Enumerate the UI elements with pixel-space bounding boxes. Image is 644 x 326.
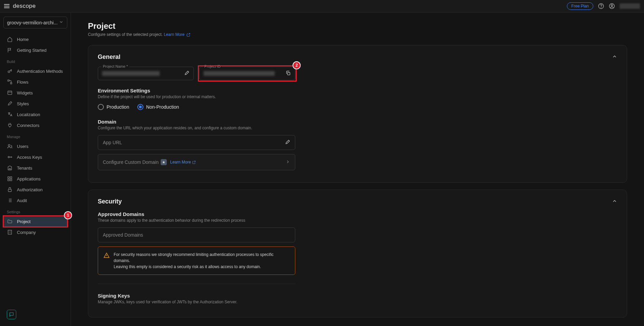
sidebar-item-label: Project: [17, 219, 30, 224]
sidebar-item-access-keys[interactable]: Access Keys: [3, 152, 67, 162]
svg-rect-13: [10, 179, 12, 181]
security-card: Security Approved Domains These domains …: [88, 190, 627, 318]
sidebar-item-label: Users: [17, 144, 28, 149]
svg-rect-10: [8, 177, 9, 178]
svg-rect-16: [288, 72, 290, 75]
sidebar-item-project[interactable]: Project: [3, 216, 67, 227]
lock-icon: [7, 187, 13, 192]
app-url-field[interactable]: App URL: [98, 135, 295, 150]
free-plan-button[interactable]: Free Plan: [567, 2, 593, 10]
folder-icon: [7, 219, 13, 224]
radio-icon: [137, 104, 143, 110]
signing-keys-desc: Manage JWKs, keys used for verification …: [98, 300, 617, 304]
sidebar-item-authorization[interactable]: Authorization: [3, 184, 67, 195]
general-title: General: [98, 53, 120, 61]
sidebar-section-build: Build: [3, 56, 67, 66]
project-name-value: [102, 71, 160, 76]
divider: [98, 284, 295, 284]
radio-production[interactable]: Production: [98, 104, 129, 110]
project-name-label: Project Name *: [101, 64, 129, 68]
sidebar-item-users[interactable]: Users: [3, 141, 67, 152]
sidebar-item-label: Audit: [17, 198, 27, 203]
sidebar-item-connectors[interactable]: Connectors: [3, 120, 67, 131]
sidebar-item-flows[interactable]: Flows: [3, 77, 67, 87]
sidebar-item-applications[interactable]: Applications: [3, 173, 67, 184]
custom-domain-label: Configure Custom Domain: [103, 159, 159, 165]
chevron-down-icon: [59, 20, 64, 25]
sidebar-item-styles[interactable]: Styles: [3, 98, 67, 109]
menu-button[interactable]: [4, 4, 9, 8]
star-badge-icon: ★: [161, 159, 167, 165]
sidebar-item-tenants[interactable]: Tenants: [3, 162, 67, 173]
learn-more-link[interactable]: Learn More: [164, 32, 190, 37]
sidebar-item-label: Authentication Methods: [17, 69, 63, 74]
project-selector-text: groovy-vermilion-archi...: [7, 20, 58, 25]
flag-icon: [7, 47, 13, 53]
sidebar-item-label: Home: [17, 37, 29, 42]
custom-domain-row[interactable]: Configure Custom Domain ★ Learn More: [98, 154, 295, 170]
radio-label: Production: [107, 104, 129, 110]
project-selector[interactable]: groovy-vermilion-archi...: [3, 17, 67, 28]
language-icon: [7, 112, 13, 117]
sidebar-item-label: Widgets: [17, 90, 33, 95]
domain-title: Domain: [98, 119, 617, 125]
project-id-label: Project ID: [203, 64, 222, 68]
svg-point-9: [8, 156, 9, 158]
domain-desc: Configure the URL which your application…: [98, 126, 617, 130]
radio-label: Non-Production: [146, 104, 179, 110]
approved-domains-title: Approved Domains: [98, 211, 617, 217]
sidebar-item-auth-methods[interactable]: Authentication Methods: [3, 66, 67, 77]
building-icon: [7, 165, 13, 171]
logo: descope: [13, 3, 36, 9]
svg-rect-6: [10, 83, 12, 84]
svg-point-8: [8, 145, 10, 146]
sidebar-item-localization[interactable]: Localization: [3, 109, 67, 120]
grid-icon: [7, 176, 13, 181]
sidebar-item-home[interactable]: Home: [3, 34, 67, 45]
sidebar-item-getting-started[interactable]: Getting Started: [3, 45, 67, 56]
warning-box: For security reasons we strongly recomme…: [98, 246, 295, 275]
approved-domains-field[interactable]: Approved Domains: [98, 227, 295, 242]
svg-rect-12: [8, 179, 9, 181]
sidebar-item-company[interactable]: Company: [3, 227, 67, 238]
sidebar-item-label: Authorization: [17, 187, 43, 192]
key-icon: [7, 68, 13, 74]
custom-domain-learn-more[interactable]: Learn More: [170, 160, 196, 165]
edit-icon[interactable]: [184, 70, 189, 77]
approved-domains-desc: These domains apply to the authenticatio…: [98, 218, 617, 223]
flows-icon: [7, 79, 13, 85]
collapse-icon[interactable]: [612, 198, 617, 205]
svg-rect-5: [8, 80, 9, 81]
sidebar-item-audit[interactable]: Audit: [3, 195, 67, 206]
main-content: Project Configure settings of the select…: [71, 13, 644, 326]
sidebar-item-label: Access Keys: [17, 155, 42, 160]
project-name-field[interactable]: Project Name *: [98, 67, 194, 80]
list-icon: [7, 198, 13, 203]
svg-point-4: [8, 71, 10, 72]
user-name[interactable]: [620, 3, 640, 9]
sidebar-item-label: Flows: [17, 80, 28, 85]
sidebar-item-widgets[interactable]: Widgets: [3, 87, 67, 98]
approved-domains-placeholder: Approved Domains: [103, 232, 143, 238]
help-icon[interactable]: [598, 3, 604, 9]
env-desc: Define if the project will be used for p…: [98, 94, 617, 99]
project-id-field[interactable]: Project ID: [199, 67, 295, 80]
user-avatar-icon[interactable]: [609, 3, 615, 9]
sidebar-item-label: Tenants: [17, 166, 32, 171]
collapse-icon[interactable]: [612, 54, 617, 60]
radio-non-production[interactable]: Non-Production: [137, 104, 179, 110]
home-icon: [7, 37, 13, 42]
annotation-badge-1: 1: [64, 211, 72, 219]
sidebar-item-label: Applications: [17, 176, 41, 181]
edit-icon[interactable]: [285, 139, 290, 146]
warning-icon: [104, 252, 110, 259]
radio-icon: [98, 104, 104, 110]
sidebar-section-manage: Manage: [3, 131, 67, 141]
warning-line-1: For security reasons we strongly recomme…: [114, 252, 290, 264]
sidebar-item-label: Getting Started: [17, 48, 46, 53]
copy-icon[interactable]: [285, 70, 291, 77]
widgets-icon: [7, 90, 13, 95]
users-icon: [7, 144, 13, 149]
chat-widget-button[interactable]: [7, 310, 16, 319]
page-title: Project: [88, 21, 627, 31]
